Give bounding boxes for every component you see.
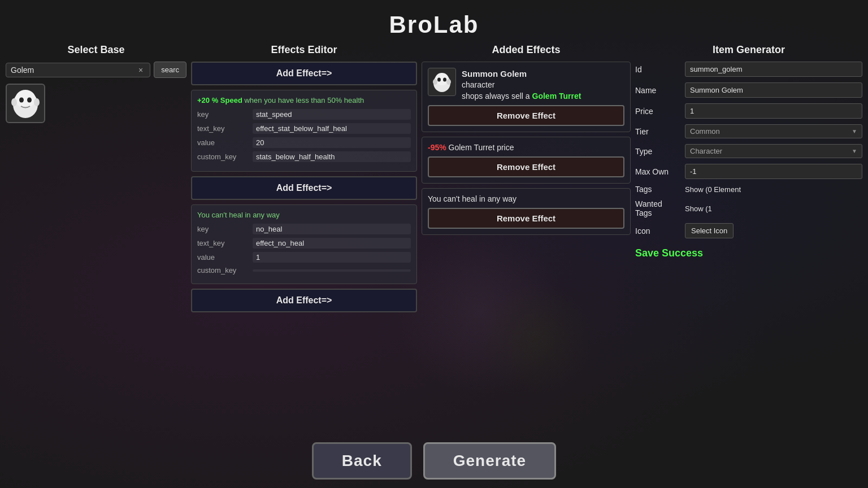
effect-2-prefix: -95% <box>428 143 446 152</box>
back-button[interactable]: Back <box>312 442 412 480</box>
max-own-input[interactable] <box>685 164 862 179</box>
id-input[interactable] <box>685 62 862 77</box>
wanted-tags-row: Wanted Tags Show (1 <box>635 199 862 217</box>
svg-point-8 <box>437 78 441 82</box>
svg-point-10 <box>433 79 437 85</box>
added-effect-no-heal: You can't heal in any way Remove Effect <box>422 188 631 235</box>
effect-header-1: Summon Golem character shops always sell… <box>428 68 624 102</box>
tier-select-value: Common <box>690 127 849 136</box>
speed-highlight: +20 % Speed <box>197 96 242 104</box>
search-button[interactable]: searc <box>154 62 186 78</box>
tags-label: Tags <box>635 185 680 194</box>
tags-row: Tags Show (0 Element <box>635 185 862 194</box>
remove-effect-2-button[interactable]: Remove Effect <box>428 156 624 177</box>
field-row-customkey-1: custom_key stats_below_half_health <box>197 151 411 162</box>
key-label-1: key <box>197 110 248 119</box>
effect-description-speed: +20 % Speed when you have less than 50% … <box>197 96 411 104</box>
golem-avatar-icon <box>8 86 42 120</box>
name-label: Name <box>635 86 680 95</box>
item-generator-title: Item Generator <box>635 44 862 56</box>
type-row: Type Character ▼ <box>635 144 862 158</box>
clear-search-button[interactable]: × <box>136 66 145 75</box>
added-effect-golem-price: -95% Golem Turret price Remove Effect <box>422 137 631 184</box>
remove-effect-3-button[interactable]: Remove Effect <box>428 208 624 229</box>
effect-1-body: shops always sell a Golem Turret <box>462 91 581 102</box>
effect-2-highlight: Golem Turret <box>449 143 495 152</box>
search-input-wrapper[interactable]: Golem × <box>6 63 150 77</box>
field-row-value-2: value 1 <box>197 252 411 263</box>
search-row: Golem × searc <box>6 62 186 78</box>
added-effect-summon-golem: Summon Golem character shops always sell… <box>422 62 631 132</box>
type-select[interactable]: Character ▼ <box>685 144 862 158</box>
key-value-1[interactable]: stat_speed <box>253 109 411 120</box>
svg-point-9 <box>443 78 446 82</box>
field-row-value-1: value 20 <box>197 137 411 148</box>
golem-small-icon <box>431 71 453 93</box>
field-row-key-2: key no_heal <box>197 224 411 234</box>
select-base-panel: Select Base Golem × searc <box>6 44 186 487</box>
tags-value[interactable]: Show (0 Element <box>685 185 741 194</box>
effect-1-golem-turret: Golem Turret <box>532 91 581 101</box>
effect-1-title: Summon Golem <box>462 68 581 80</box>
price-input[interactable] <box>685 103 862 119</box>
tier-label: Tier <box>635 127 680 136</box>
add-effect-bottom-button[interactable]: Add Effect=> <box>191 289 417 312</box>
type-dropdown-arrow-icon: ▼ <box>852 148 857 154</box>
textkey-value-2[interactable]: effect_no_heal <box>253 238 411 249</box>
value-label-1: value <box>197 138 248 147</box>
customkey-label-2: custom_key <box>197 266 248 274</box>
effect-1-subtitle: character <box>462 80 581 91</box>
textkey-label-1: text_key <box>197 124 248 133</box>
effects-editor-panel: Effects Editor Add Effect=> +20 % Speed … <box>191 44 417 487</box>
generate-button[interactable]: Generate <box>423 442 556 480</box>
key-label-2: key <box>197 225 248 233</box>
name-input[interactable] <box>685 82 862 98</box>
effect-block-speed: +20 % Speed when you have less than 50% … <box>191 90 417 172</box>
id-label: Id <box>635 65 680 74</box>
customkey-value-2[interactable] <box>253 269 411 272</box>
effect-block-noheal: You can't heal in any way key no_heal te… <box>191 204 417 284</box>
textkey-label-2: text_key <box>197 239 248 247</box>
tier-select[interactable]: Common ▼ <box>685 124 862 138</box>
remove-effect-1-button[interactable]: Remove Effect <box>428 105 624 126</box>
effects-editor-title: Effects Editor <box>191 44 417 56</box>
field-row-textkey-1: text_key effect_stat_below_half_heal <box>197 123 411 134</box>
character-avatar[interactable] <box>6 84 45 123</box>
tier-row: Tier Common ▼ <box>635 124 862 138</box>
id-row: Id <box>635 62 862 77</box>
speed-description-text: when you have less than 50% health <box>244 96 364 104</box>
name-row: Name <box>635 82 862 98</box>
icon-row: Icon Select Icon <box>635 223 862 238</box>
effects-scroll[interactable]: Add Effect=> +20 % Speed when you have l… <box>191 62 417 487</box>
value-input-1[interactable]: 20 <box>253 137 411 148</box>
effect-description-noheal: You can't heal in any way <box>197 211 411 219</box>
svg-point-4 <box>11 98 17 106</box>
price-row: Price <box>635 103 862 119</box>
type-select-value: Character <box>690 147 849 155</box>
select-icon-button[interactable]: Select Icon <box>685 223 734 238</box>
customkey-value-1[interactable]: stats_below_half_health <box>253 151 411 162</box>
search-input-value: Golem <box>11 66 136 75</box>
page-title: BroLab <box>0 0 868 44</box>
save-success-message: Save Success <box>635 247 862 259</box>
textkey-value-1[interactable]: effect_stat_below_half_heal <box>253 123 411 134</box>
key-value-2[interactable]: no_heal <box>253 224 411 234</box>
icon-label: Icon <box>635 226 680 236</box>
value-label-2: value <box>197 253 248 262</box>
svg-point-5 <box>34 98 40 106</box>
wanted-tags-value[interactable]: Show (1 <box>685 204 712 213</box>
item-generator-panel: Item Generator Id Name Price Tier Common… <box>635 44 862 487</box>
effect-2-text: -95% Golem Turret price <box>428 143 624 152</box>
price-label: Price <box>635 107 680 116</box>
effect-1-text: Summon Golem character shops always sell… <box>462 68 581 102</box>
add-effect-middle-button[interactable]: Add Effect=> <box>191 176 417 200</box>
golem-effect-avatar <box>428 68 456 96</box>
max-own-label: Max Own <box>635 167 680 176</box>
svg-point-3 <box>27 98 32 103</box>
tier-dropdown-arrow-icon: ▼ <box>852 128 857 134</box>
max-own-row: Max Own <box>635 164 862 179</box>
value-input-2[interactable]: 1 <box>253 252 411 263</box>
svg-point-11 <box>446 79 451 85</box>
add-effect-top-button[interactable]: Add Effect=> <box>191 62 417 85</box>
svg-point-2 <box>19 98 24 103</box>
